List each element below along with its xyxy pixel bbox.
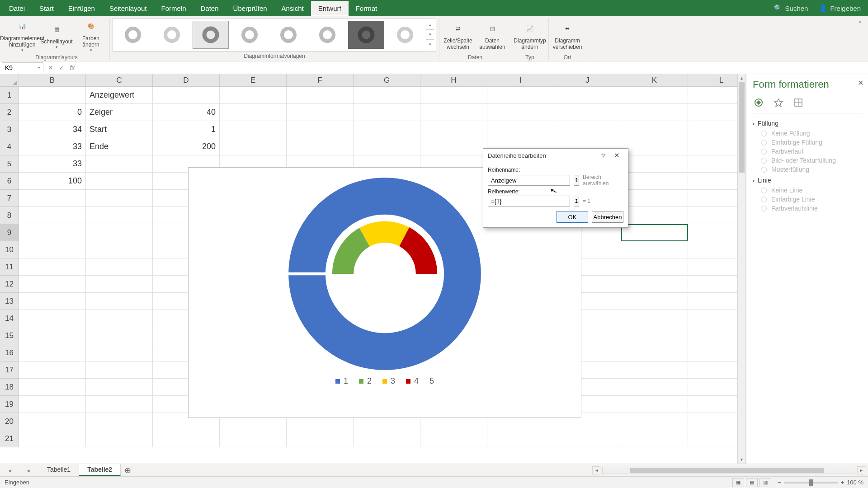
- line-section-header[interactable]: ▸Linie: [753, 177, 862, 184]
- line-option[interactable]: Farbverlaufslinie: [761, 205, 862, 212]
- chart-style-8[interactable]: [387, 21, 423, 49]
- normal-view-button[interactable]: ▦: [732, 478, 744, 487]
- row-header-15[interactable]: 15: [0, 327, 19, 344]
- cell-G2[interactable]: [354, 104, 420, 121]
- menu-tab-datei[interactable]: Datei: [2, 1, 32, 16]
- cell-B15[interactable]: [19, 327, 86, 344]
- row-header-6[interactable]: 6: [0, 173, 19, 190]
- cell-H3[interactable]: [420, 121, 487, 138]
- cell-C21[interactable]: [86, 430, 153, 447]
- col-header-E[interactable]: E: [220, 74, 287, 87]
- chart-style-3[interactable]: [193, 21, 229, 49]
- zoom-in-button[interactable]: +: [841, 479, 844, 486]
- switch-row-col-button[interactable]: ⇄Zeile/Spalte wechseln: [442, 18, 474, 53]
- cell-B21[interactable]: [19, 430, 86, 447]
- cell-H4[interactable]: [420, 138, 487, 155]
- add-sheet-button[interactable]: ⊕: [121, 465, 134, 475]
- enter-formula-button[interactable]: ✓: [56, 64, 67, 71]
- cell-K3[interactable]: [621, 121, 688, 138]
- pane-close-button[interactable]: ✕: [858, 79, 863, 87]
- cell-J21[interactable]: [554, 430, 621, 447]
- cell-B17[interactable]: [19, 361, 86, 379]
- menu-tab-entwurf[interactable]: Entwurf: [311, 1, 349, 16]
- row-header-14[interactable]: 14: [0, 310, 19, 327]
- cell-C8[interactable]: [86, 207, 153, 224]
- cell-C16[interactable]: [86, 344, 153, 361]
- cell-F2[interactable]: [287, 104, 354, 121]
- row-header-16[interactable]: 16: [0, 344, 19, 361]
- col-header-I[interactable]: I: [487, 74, 554, 87]
- dialog-close-button[interactable]: ✕: [610, 151, 623, 160]
- cell-C11[interactable]: [86, 258, 153, 276]
- select-data-button[interactable]: ▤Daten auswählen: [476, 18, 508, 53]
- col-header-B[interactable]: B: [19, 74, 86, 87]
- cell-F21[interactable]: [287, 430, 354, 447]
- cell-G3[interactable]: [354, 121, 420, 138]
- cell-H1[interactable]: [420, 87, 487, 104]
- tell-me-search[interactable]: 🔍 Suchen: [769, 4, 814, 12]
- menu-tab-daten[interactable]: Daten: [193, 1, 226, 16]
- cell-E2[interactable]: [220, 104, 287, 121]
- size-props-tab[interactable]: [793, 97, 804, 108]
- cell-C9[interactable]: [86, 224, 153, 241]
- row-header-7[interactable]: 7: [0, 190, 19, 207]
- range-picker-values[interactable]: ↥: [574, 196, 579, 206]
- cell-B9[interactable]: [19, 224, 86, 241]
- sheet-tab-tabelle2[interactable]: Tabelle2: [79, 464, 121, 476]
- row-header-8[interactable]: 8: [0, 207, 19, 224]
- cell-I21[interactable]: [487, 430, 554, 447]
- cell-F1[interactable]: [287, 87, 354, 104]
- cell-K2[interactable]: [621, 104, 688, 121]
- cell-J2[interactable]: [554, 104, 621, 121]
- cell-C19[interactable]: [86, 396, 153, 413]
- col-header-D[interactable]: D: [153, 74, 220, 87]
- worksheet-grid[interactable]: BCDEFGHIJKL1Anzeigewert20Zeiger40334Star…: [0, 74, 746, 464]
- row-header-11[interactable]: 11: [0, 258, 19, 276]
- scroll-right[interactable]: ▸: [857, 466, 865, 474]
- cell-B10[interactable]: [19, 241, 86, 258]
- cell-B2[interactable]: 0: [19, 104, 86, 121]
- row-header-2[interactable]: 2: [0, 104, 19, 121]
- sheet-nav-first[interactable]: ◂: [8, 467, 11, 474]
- legend-item[interactable]: 1: [335, 376, 348, 386]
- fill-option[interactable]: Einfarbige Füllung: [761, 139, 862, 146]
- cell-K8[interactable]: [621, 207, 688, 224]
- cell-H2[interactable]: [420, 104, 487, 121]
- dialog-help-button[interactable]: ?: [596, 152, 610, 160]
- formula-input[interactable]: [78, 62, 868, 73]
- cell-C3[interactable]: Start: [86, 121, 153, 138]
- cell-B6[interactable]: 100: [19, 173, 86, 190]
- row-header-10[interactable]: 10: [0, 241, 19, 258]
- cell-E4[interactable]: [220, 138, 287, 155]
- row-header-19[interactable]: 19: [0, 396, 19, 413]
- cell-E3[interactable]: [220, 121, 287, 138]
- cell-K19[interactable]: [621, 396, 688, 413]
- cell-K5[interactable]: [621, 155, 688, 173]
- row-header-21[interactable]: 21: [0, 430, 19, 447]
- quick-layout-button[interactable]: ▦ Schnelllayout▾: [41, 18, 72, 53]
- cell-C4[interactable]: Ende: [86, 138, 153, 155]
- chart-style-5[interactable]: [270, 21, 307, 49]
- menu-tab-start[interactable]: Start: [32, 1, 61, 16]
- col-header-F[interactable]: F: [287, 74, 354, 87]
- line-option[interactable]: Einfarbige Linie: [761, 196, 862, 203]
- cell-B4[interactable]: 33: [19, 138, 86, 155]
- cell-K12[interactable]: [621, 276, 688, 293]
- col-header-K[interactable]: K: [621, 74, 688, 87]
- cell-K1[interactable]: [621, 87, 688, 104]
- cell-C2[interactable]: Zeiger: [86, 104, 153, 121]
- page-layout-view-button[interactable]: ▤: [746, 478, 758, 487]
- chart-style-2[interactable]: [154, 21, 190, 49]
- name-box[interactable]: K9▾: [2, 62, 43, 73]
- collapse-ribbon-button[interactable]: ˄: [855, 18, 864, 60]
- col-header-C[interactable]: C: [86, 74, 153, 87]
- cell-B8[interactable]: [19, 207, 86, 224]
- row-header-13[interactable]: 13: [0, 293, 19, 310]
- range-picker-name[interactable]: ↥: [574, 175, 579, 186]
- cancel-button[interactable]: Abbrechen: [592, 211, 623, 223]
- share-button[interactable]: 👤 Freigeben: [813, 4, 866, 12]
- menu-tab-überprüfen[interactable]: Überprüfen: [226, 1, 274, 16]
- insert-function-button[interactable]: fx: [67, 64, 78, 71]
- cell-C17[interactable]: [86, 361, 153, 379]
- cell-K13[interactable]: [621, 293, 688, 310]
